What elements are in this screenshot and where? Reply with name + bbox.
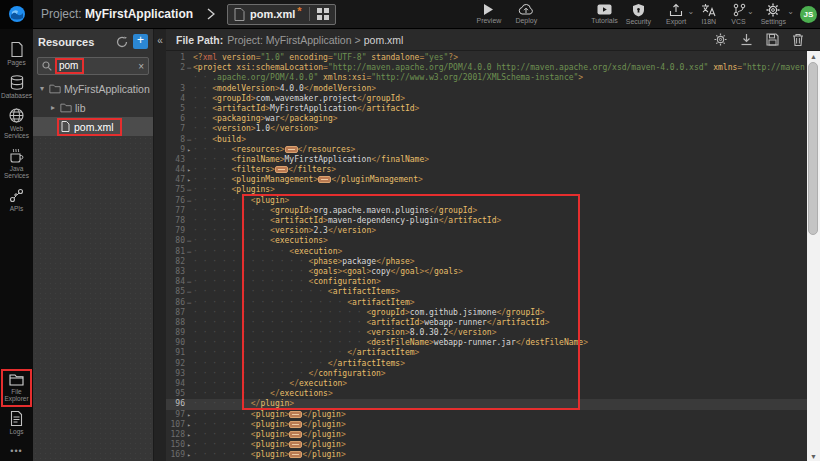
security-button[interactable]: Security [622, 3, 655, 25]
collapsed-code-icon[interactable] [289, 441, 302, 448]
code-row[interactable]: 94· · · · · · · · · · </execution> [166, 379, 807, 389]
sidebar-item-databases[interactable]: Databases [1, 71, 32, 104]
code-row[interactable]: 150▸· · · · · · <plugin></plugin> [166, 440, 807, 450]
code-row[interactable]: 84–· · · · · · · · · · · · <configuratio… [166, 277, 807, 287]
fold-toggle-icon[interactable]: – [185, 236, 193, 246]
fold-toggle-icon[interactable]: – [185, 287, 193, 297]
sidebar-item-pages[interactable]: Pages [1, 38, 32, 71]
tutorials-button[interactable]: Tutorials [587, 3, 622, 24]
code-row[interactable]: 6· · <packaging>war</packaging> [166, 114, 807, 124]
fold-toggle-icon[interactable]: ▸ [185, 430, 193, 440]
sidebar-item-logs[interactable]: Logs [1, 407, 32, 440]
caret-down-icon[interactable]: ▾ [38, 84, 46, 93]
code-row[interactable]: 89· · · · · · · · · · · · · · · · · · <v… [166, 328, 807, 338]
collapsed-code-icon[interactable] [289, 451, 302, 458]
clear-search-icon[interactable]: × [138, 61, 144, 72]
code-row[interactable]: 96· · · · · · </plugin> [166, 399, 807, 409]
code-row[interactable]: 7· · <version>1.0</version> [166, 124, 807, 134]
scroll-up-icon[interactable]: ▲ [807, 51, 820, 61]
code-row[interactable]: · · .apache.org/POM/4.0.0" xmlns:xsi="ht… [166, 73, 807, 83]
code-row[interactable]: 5· · <artifactId>MyFirstApplication</art… [166, 104, 807, 114]
more-options-icon[interactable]: ••• [10, 446, 22, 456]
fold-toggle-icon[interactable]: – [185, 298, 193, 308]
fold-toggle-icon[interactable]: ▸ [185, 175, 193, 185]
code-row[interactable]: 91· · · · · · · · · · · · · · · · </arti… [166, 348, 807, 358]
fold-toggle-icon[interactable]: – [185, 277, 193, 287]
code-row[interactable]: 47▸· · · · <pluginManagement></pluginMan… [166, 175, 807, 185]
collapsed-code-icon[interactable] [289, 421, 302, 428]
code-row[interactable]: 82· · · · · · · · · · · · <phase>package… [166, 257, 807, 267]
collapsed-code-icon[interactable] [285, 146, 298, 153]
caret-right-icon[interactable]: ▸ [49, 103, 57, 112]
code-row[interactable]: 83· · · · · · · · · · · · <goals><goal>c… [166, 267, 807, 277]
fold-toggle-icon[interactable]: ▸ [185, 410, 193, 420]
fold-toggle-icon[interactable]: ▸ [185, 450, 193, 460]
fold-toggle-icon[interactable]: – [185, 135, 193, 145]
fold-toggle-icon[interactable]: ▸ [185, 145, 193, 155]
code-row[interactable]: 86–· · · · · · · · · · · · · · · · <arti… [166, 298, 807, 308]
code-row[interactable]: 80–· · · · · · · · <executions> [166, 236, 807, 246]
settings-button[interactable]: Settings ⌄ [757, 3, 790, 25]
preview-button[interactable]: Preview [472, 3, 505, 24]
app-logo[interactable] [0, 0, 33, 29]
vcs-button[interactable]: VCS ⌄ [727, 3, 749, 25]
scroll-down-icon[interactable]: ▼ [807, 451, 820, 461]
export-button[interactable]: Export ⌄ [662, 3, 690, 25]
code-row[interactable]: 169▸· · · · · · <plugin></plugin> [166, 450, 807, 460]
code-row[interactable]: 8–· · <build> [166, 135, 807, 145]
code-row[interactable]: 77· · · · · · · · <groupId>org.apache.ma… [166, 206, 807, 216]
sidebar-item-web-services[interactable]: Web Services [1, 104, 32, 144]
fold-toggle-icon[interactable]: – [185, 196, 193, 206]
code-row[interactable]: 92· · · · · · · · · · · · · · </artifact… [166, 359, 807, 369]
code-row[interactable]: 85–· · · · · · · · · · · · · · <artifact… [166, 287, 807, 297]
code-row[interactable]: 128▸· · · · · · <plugin></plugin> [166, 430, 807, 440]
collapse-panel-icon[interactable]: « [154, 35, 166, 46]
code-row[interactable]: 43· · · · <finalName>MyFirstApplication<… [166, 155, 807, 165]
code-row[interactable]: 90· · · · · · · · · · · · · · · · · · <d… [166, 338, 807, 348]
code-row[interactable]: 97▸· · · · · · <plugin></plugin> [166, 410, 807, 420]
i18n-button[interactable]: I18N [697, 3, 720, 25]
tree-item-lib[interactable]: ▸ lib [33, 98, 153, 117]
sidebar-item-apis[interactable]: APIs [1, 184, 32, 217]
download-icon[interactable] [740, 33, 753, 46]
fold-toggle-icon[interactable]: ▸ [185, 440, 193, 450]
code-row[interactable]: 87· · · · · · · · · · · · · · · · · · <g… [166, 308, 807, 318]
editor-settings-gear-icon[interactable] [714, 33, 727, 46]
collapsed-code-icon[interactable] [289, 431, 302, 438]
collapsed-code-icon[interactable] [318, 176, 331, 183]
code-row[interactable]: 78· · · · · · · · <artifactId>maven-depe… [166, 216, 807, 226]
code-row[interactable]: 93· · · · · · · · · · · · </configuratio… [166, 369, 807, 379]
code-row[interactable]: 9▸· · · · <resources></resources> [166, 145, 807, 155]
code-row[interactable]: 4· · <groupId>com.wavemaker.project</gro… [166, 94, 807, 104]
code-row[interactable]: 76–· · · · · · <plugin> [166, 196, 807, 206]
user-avatar[interactable]: JS [800, 6, 817, 23]
save-icon[interactable] [766, 33, 779, 46]
code-row[interactable]: 2–<project xsi:schemaLocation="http://ma… [166, 63, 807, 73]
fold-toggle-icon[interactable]: – [185, 247, 193, 257]
refresh-button[interactable] [116, 36, 128, 48]
scrollbar-thumb[interactable] [808, 62, 818, 235]
fold-toggle-icon[interactable]: ▸ [185, 165, 193, 175]
tree-item-myfirstapplication[interactable]: ▾ MyFirstApplication [33, 79, 153, 98]
sidebar-item-java-services[interactable]: Java Services [1, 144, 32, 184]
add-resource-button[interactable]: + [133, 34, 148, 49]
grid-view-icon[interactable] [317, 8, 329, 20]
fold-toggle-icon[interactable]: – [185, 185, 193, 195]
deploy-button[interactable]: Deploy [511, 3, 541, 24]
code-row[interactable]: 75–· · · · <plugins> [166, 185, 807, 195]
vertical-scrollbar[interactable]: ▲ ▼ [807, 51, 820, 461]
delete-trash-icon[interactable] [792, 33, 804, 46]
code-row[interactable]: 81–· · · · · · · · · · <execution> [166, 247, 807, 257]
file-tab-pom-xml[interactable]: pom.xml * [227, 4, 336, 25]
code-row[interactable]: 1<?xml version="1.0" encoding="UTF-8" st… [166, 53, 807, 63]
search-input[interactable]: pom × [37, 57, 149, 75]
fold-toggle-icon[interactable]: ▸ [185, 420, 193, 430]
code-row[interactable]: 44▸· · · · <filters></filters> [166, 165, 807, 175]
code-row[interactable]: 95· · · · · · · · </executions> [166, 389, 807, 399]
collapsed-code-icon[interactable] [275, 166, 288, 173]
collapsed-code-icon[interactable] [289, 411, 302, 418]
code-row[interactable]: 107▸· · · · · · <plugin></plugin> [166, 420, 807, 430]
tree-item-pom-xml[interactable]: pom.xml [33, 117, 153, 136]
fold-toggle-icon[interactable]: – [185, 63, 193, 73]
sidebar-item-file-explorer[interactable]: File Explorer [1, 369, 32, 407]
